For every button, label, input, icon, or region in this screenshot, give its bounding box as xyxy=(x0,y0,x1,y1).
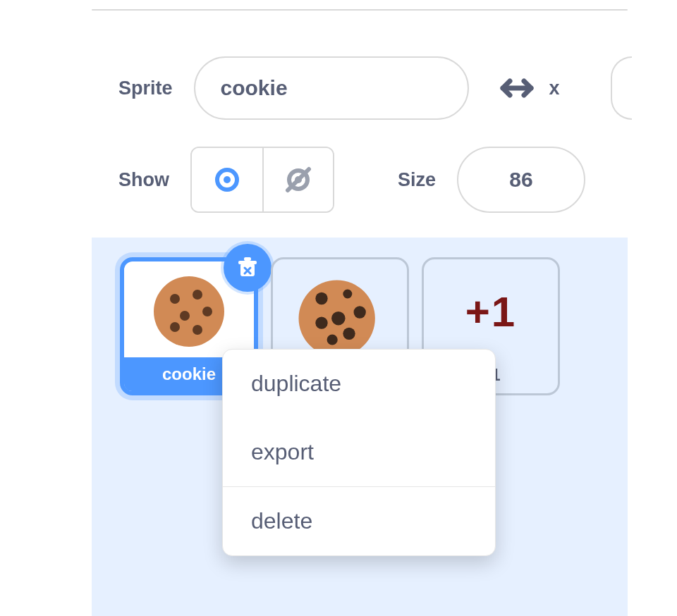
cookie-icon xyxy=(147,269,231,354)
sprite-thumbnail: +1 xyxy=(424,259,558,359)
svg-point-19 xyxy=(315,292,327,304)
svg-point-14 xyxy=(202,307,212,316)
show-label: Show xyxy=(118,169,169,191)
plus1-text-icon: +1 xyxy=(465,288,516,336)
svg-rect-8 xyxy=(244,257,251,261)
svg-point-25 xyxy=(327,334,338,345)
x-axis-label: x xyxy=(549,78,560,99)
svg-point-24 xyxy=(343,328,355,340)
svg-point-2 xyxy=(224,176,231,183)
svg-point-12 xyxy=(170,294,180,304)
svg-point-13 xyxy=(193,290,202,300)
show-size-row: Show Size xyxy=(118,147,585,213)
eye-open-icon xyxy=(211,164,243,196)
sprite-context-menu: duplicate export delete xyxy=(222,349,496,556)
delete-sprite-badge[interactable] xyxy=(224,244,272,292)
svg-point-11 xyxy=(154,276,224,347)
svg-point-23 xyxy=(315,317,327,329)
svg-point-17 xyxy=(193,325,202,335)
context-menu-export[interactable]: export xyxy=(223,418,495,486)
sprite-name-input[interactable] xyxy=(194,56,469,120)
sprite-name-row: Sprite x xyxy=(118,56,560,120)
size-label: Size xyxy=(398,169,436,191)
svg-rect-7 xyxy=(238,261,257,264)
show-hidden-button[interactable] xyxy=(262,148,333,211)
svg-point-16 xyxy=(170,322,180,332)
sprite-name-label: Sprite xyxy=(118,78,173,99)
x-arrows-icon xyxy=(497,75,537,101)
trash-icon xyxy=(233,254,262,282)
eye-closed-icon xyxy=(282,164,315,196)
x-value-input-edge[interactable] xyxy=(611,56,632,120)
size-input[interactable] xyxy=(457,147,585,213)
show-visible-button[interactable] xyxy=(192,148,262,211)
context-menu-duplicate[interactable]: duplicate xyxy=(223,350,495,418)
svg-point-22 xyxy=(331,312,346,326)
visibility-toggle-group xyxy=(190,147,334,213)
context-menu-delete[interactable]: delete xyxy=(223,487,495,555)
svg-point-21 xyxy=(354,306,366,318)
svg-point-15 xyxy=(180,311,190,321)
svg-point-20 xyxy=(343,290,352,299)
panel-divider xyxy=(92,9,628,11)
